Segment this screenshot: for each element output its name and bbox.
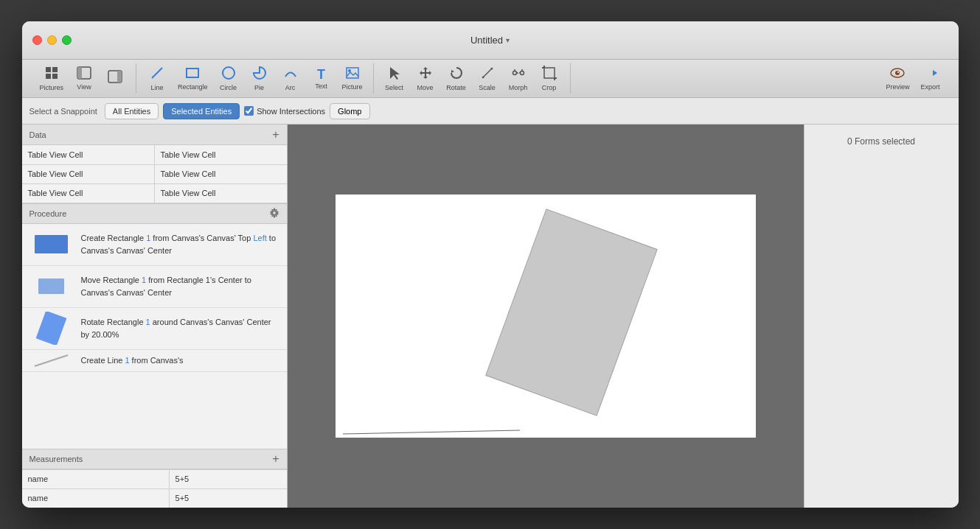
show-intersections-label: Show Intersections: [257, 107, 325, 116]
toolbar-picture-button[interactable]: Picture: [338, 64, 367, 93]
snapbar: Select a Snappoint All Entities Selected…: [22, 98, 959, 125]
table-cell[interactable]: Table View Cell: [154, 183, 287, 203]
select-icon: [388, 66, 401, 83]
toolbar-morph-button[interactable]: Morph: [504, 63, 533, 94]
left-panel: Data + Table View Cell Table View Cell T…: [22, 125, 288, 508]
picture-icon: [345, 66, 360, 82]
toolbar-line-button[interactable]: Line: [142, 63, 172, 94]
window-controls: [22, 35, 72, 45]
crop-icon: [542, 66, 557, 83]
table-cell[interactable]: Table View Cell: [154, 164, 287, 183]
table-cell[interactable]: Table View Cell: [22, 183, 155, 203]
pie-icon: [252, 66, 267, 83]
procedure-label: Procedure: [29, 209, 67, 218]
measurements-add-button[interactable]: +: [272, 452, 279, 466]
gear-icon[interactable]: [269, 208, 279, 220]
procedure-item[interactable]: Create Rectangle 1 from Canvas's Canvas'…: [22, 224, 287, 266]
proc-text-2: Move Rectangle 1 from Rectangle 1's Cent…: [81, 274, 279, 298]
sidebar-left-icon: [77, 66, 91, 82]
toolbar-pie-button[interactable]: Pie: [245, 63, 274, 94]
measurements-table: name 5+5 name 5+5: [22, 469, 287, 508]
all-entities-button[interactable]: All Entities: [105, 103, 159, 119]
toolbar-group-draw: Line Rectangle Circle Pie: [136, 63, 374, 94]
minimize-button[interactable]: [47, 35, 57, 45]
close-button[interactable]: [32, 35, 42, 45]
canvas-svg: [336, 195, 756, 438]
procedure-item[interactable]: Move Rectangle 1 from Rectangle 1's Cent…: [22, 266, 287, 308]
measurement-name[interactable]: name: [22, 469, 170, 488]
toolbar: Pictures View Line: [22, 60, 959, 98]
table-row: Table View Cell Table View Cell: [22, 164, 287, 183]
toolbar-pictures-button[interactable]: Pictures: [35, 63, 69, 94]
toolbar-scale-button[interactable]: Scale: [473, 63, 502, 94]
measurements-label: Measurements: [29, 455, 83, 463]
measurement-value[interactable]: 5+5: [169, 488, 286, 508]
arc-label: Arc: [285, 84, 296, 91]
export-icon: [922, 66, 939, 82]
procedure-header: Procedure: [22, 203, 287, 224]
scale-icon: [480, 66, 495, 83]
table-cell[interactable]: Table View Cell: [154, 145, 287, 164]
glomp-button[interactable]: Glomp: [330, 103, 369, 119]
toolbar-move-button[interactable]: Move: [411, 63, 440, 94]
toolbar-export-button[interactable]: Export: [916, 64, 945, 93]
main-window: Untitled ▾ Pictures View: [22, 21, 959, 508]
toolbar-circle-button[interactable]: Circle: [214, 63, 243, 94]
selected-entities-button[interactable]: Selected Entities: [163, 103, 240, 119]
window-title: Untitled: [470, 35, 503, 46]
preview-icon: [889, 66, 906, 82]
forms-selected-label: 0 Forms selected: [847, 136, 915, 147]
toolbar-preview-button[interactable]: Preview: [881, 64, 914, 93]
toolbar-group-preview-export: Preview Export: [875, 64, 951, 93]
toolbar-arc-button[interactable]: Arc: [276, 63, 305, 94]
titlebar: Untitled ▾: [22, 21, 959, 60]
data-add-button[interactable]: +: [272, 129, 279, 141]
measurements-section: Measurements + name 5+5 name 5+5: [22, 449, 287, 508]
toolbar-view-right-button[interactable]: [100, 68, 130, 89]
svg-rect-9: [187, 69, 198, 77]
grid-icon: [44, 66, 59, 83]
svg-point-31: [272, 211, 276, 214]
procedure-item[interactable]: Create Line 1 from Canvas's: [22, 350, 287, 372]
svg-rect-33: [38, 278, 64, 294]
measurement-row: name 5+5: [22, 469, 287, 488]
svg-rect-11: [347, 68, 358, 78]
proc-thumb-4: [29, 350, 74, 372]
svg-rect-5: [77, 67, 82, 79]
svg-marker-30: [924, 70, 937, 76]
toolbar-select-button[interactable]: Select: [380, 63, 409, 94]
procedure-list: Create Rectangle 1 from Canvas's Canvas'…: [22, 224, 287, 449]
picture-label: Picture: [342, 83, 363, 91]
view-left-label: View: [77, 83, 91, 91]
svg-point-10: [223, 67, 234, 79]
toolbar-rectangle-button[interactable]: Rectangle: [173, 64, 212, 93]
svg-rect-36: [485, 209, 656, 416]
measurement-name[interactable]: name: [22, 488, 170, 508]
procedure-item[interactable]: Rotate Rectangle 1 around Canvas's Canva…: [22, 308, 287, 350]
toolbar-rotate-button[interactable]: Rotate: [442, 63, 471, 94]
toolbar-view-left-button[interactable]: View: [69, 64, 99, 93]
title-dropdown-arrow[interactable]: ▾: [506, 36, 510, 44]
toolbar-group-pictures-view: Pictures View: [29, 63, 137, 94]
data-section-header: Data +: [22, 125, 287, 145]
maximize-button[interactable]: [62, 35, 72, 45]
measurement-row: name 5+5: [22, 488, 287, 508]
canvas-area[interactable]: [288, 125, 804, 508]
morph-icon: [511, 66, 526, 83]
rectangle-icon: [185, 66, 200, 82]
proc-text-1: Create Rectangle 1 from Canvas's Canvas'…: [81, 232, 279, 256]
table-cell[interactable]: Table View Cell: [22, 145, 155, 164]
measurements-header: Measurements +: [22, 449, 287, 469]
measurement-value[interactable]: 5+5: [169, 469, 286, 488]
table-cell[interactable]: Table View Cell: [22, 164, 155, 183]
svg-rect-34: [36, 312, 67, 345]
toolbar-crop-button[interactable]: Crop: [535, 63, 564, 94]
svg-rect-1: [52, 67, 58, 72]
toolbar-text-button[interactable]: T Text: [307, 66, 336, 92]
morph-label: Morph: [509, 84, 528, 91]
show-intersections-checkbox[interactable]: [244, 106, 254, 116]
proc-thumb-3: [29, 314, 74, 343]
table-row: Table View Cell Table View Cell: [22, 183, 287, 203]
snapbar-label: Select a Snappoint: [29, 107, 97, 116]
svg-point-12: [348, 69, 351, 72]
